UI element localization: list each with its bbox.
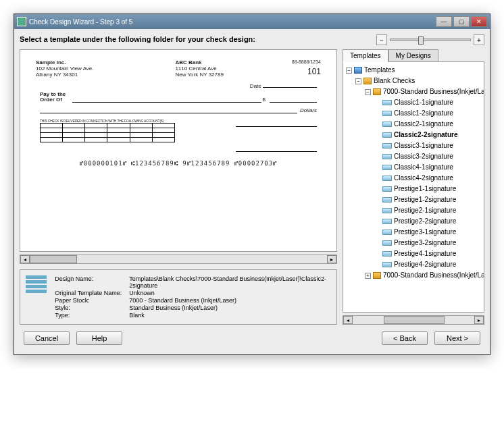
label-paper: Paper Stock:	[55, 297, 129, 304]
tree-item[interactable]: Prestige2-1signature	[374, 205, 482, 216]
tree-item[interactable]: Classic2-2signature	[374, 130, 482, 140]
tree-item-label[interactable]: Prestige3-1signature	[394, 227, 456, 238]
zoom-control: − +	[376, 34, 484, 45]
tree-item[interactable]: Prestige4-1signature	[374, 248, 482, 259]
template-icon	[382, 219, 392, 224]
cancel-button[interactable]: Cancel	[24, 331, 70, 345]
sample-addr2: Albany NY 34301	[36, 72, 94, 78]
tree-item-label[interactable]: Prestige1-1signature	[394, 184, 456, 194]
value-style: Standard Business (Inkjet/Laser)	[129, 304, 331, 311]
scroll-left-icon[interactable]: ◄	[20, 255, 30, 263]
dollar-sign: $	[263, 97, 266, 103]
tab-my-designs[interactable]: My Designs	[388, 49, 438, 62]
tree-item-label[interactable]: Prestige3-2signature	[394, 238, 456, 248]
template-icon	[382, 154, 392, 159]
expand-icon[interactable]: −	[355, 78, 361, 84]
label-style: Style:	[55, 304, 129, 311]
routing-small: 88-8888/1234	[292, 59, 321, 64]
bank-addr2: New York NY 32789	[175, 72, 223, 78]
stub-caption: THIS CHECK IS DELIVERED IN CONNECTION WI…	[40, 119, 175, 123]
check-number: 101	[292, 67, 321, 76]
tree-group2[interactable]: 7000-Standard Business(Inkjet/Laser) Pre	[383, 270, 484, 281]
label-type: Type:	[55, 312, 129, 319]
value-original: Unknown	[129, 290, 331, 296]
tree-item[interactable]: Prestige4-2signature	[374, 259, 482, 270]
tree-item-label[interactable]: Classic1-2signature	[394, 108, 453, 119]
template-icon	[382, 230, 392, 235]
tree-item-label[interactable]: Classic3-1signature	[394, 140, 453, 151]
expand-icon[interactable]: −	[365, 89, 371, 95]
zoom-in-button[interactable]: +	[474, 34, 484, 45]
tree-item[interactable]: Prestige3-2signature	[374, 238, 482, 248]
value-type: Blank	[129, 312, 331, 319]
tree-item-label[interactable]: Classic2-2signature	[394, 130, 458, 140]
close-button[interactable]: ✕	[471, 16, 487, 27]
tree-item-label[interactable]: Classic4-1signature	[394, 162, 453, 173]
zoom-slider[interactable]	[390, 38, 471, 41]
tree-blank-checks[interactable]: Blank Checks	[374, 76, 415, 86]
tree-item[interactable]: Classic3-2signature	[374, 151, 482, 162]
tree-item-label[interactable]: Classic1-1signature	[394, 97, 453, 108]
template-icon	[382, 240, 392, 246]
instruction-text: Select a template under the following fo…	[20, 34, 376, 44]
tree-item-label[interactable]: Prestige4-2signature	[394, 259, 456, 270]
tree-item-label[interactable]: Prestige1-2signature	[394, 194, 456, 205]
scroll-left-icon[interactable]: ◄	[343, 316, 353, 324]
sample-name: Sample Inc.	[36, 59, 94, 65]
back-button[interactable]: < Back	[382, 331, 428, 345]
scroll-thumb[interactable]	[384, 316, 445, 324]
tree-root[interactable]: Templates	[364, 65, 395, 76]
expand-icon[interactable]: +	[365, 273, 371, 279]
tree-item[interactable]: Classic1-1signature	[374, 97, 482, 108]
tree-item-label[interactable]: Prestige2-1signature	[394, 205, 456, 216]
template-icon	[382, 132, 392, 138]
scroll-thumb[interactable]	[30, 255, 77, 263]
scroll-right-icon[interactable]: ►	[474, 316, 484, 324]
template-icon	[382, 176, 392, 181]
info-panel: Design Name: Templates\Blank Checks\7000…	[20, 269, 337, 325]
tree-item[interactable]: Classic4-1signature	[374, 162, 482, 173]
help-button[interactable]: Help	[76, 331, 122, 345]
label-original: Original Template Name:	[55, 290, 129, 296]
tree-item-label[interactable]: Classic3-2signature	[394, 151, 453, 162]
tree-item-label[interactable]: Prestige4-1signature	[394, 248, 456, 259]
tree-item[interactable]: Prestige2-2signature	[374, 216, 482, 227]
stub-table	[40, 123, 175, 142]
preview-h-scrollbar[interactable]: ◄ ►	[20, 255, 337, 264]
value-paper: 7000 - Standard Business (Inkjet/Laser)	[129, 297, 331, 304]
template-icon	[382, 111, 392, 116]
tab-templates[interactable]: Templates	[343, 49, 388, 62]
tree-item-label[interactable]: Classic2-1signature	[394, 119, 453, 130]
template-tree[interactable]: −Templates −Blank Checks −7000-Standard …	[343, 61, 484, 313]
zoom-out-button[interactable]: −	[376, 34, 387, 45]
tree-h-scrollbar[interactable]: ◄ ►	[343, 315, 484, 325]
expand-icon[interactable]: −	[346, 68, 352, 74]
next-button[interactable]: Next >	[434, 331, 480, 345]
tree-group1[interactable]: 7000-Standard Business(Inkjet/Laser)	[383, 86, 484, 97]
template-icon	[382, 208, 392, 213]
minimize-button[interactable]: —	[436, 16, 452, 27]
payto-label: Pay to theOrder Of	[40, 92, 72, 103]
tree-item[interactable]: Prestige3-1signature	[374, 227, 482, 238]
wizard-window: Check Design Wizard - Step 3 of 5 — ▢ ✕ …	[14, 14, 490, 355]
zoom-thumb[interactable]	[418, 36, 424, 45]
info-icon	[26, 275, 47, 319]
maximize-button[interactable]: ▢	[453, 16, 470, 27]
folder-icon	[373, 272, 381, 279]
tree-item[interactable]: Prestige1-2signature	[374, 194, 482, 205]
tree-item-label[interactable]: Classic4-2signature	[394, 173, 453, 184]
template-icon	[382, 197, 392, 203]
tree-item[interactable]: Classic4-2signature	[374, 173, 482, 184]
folder-icon	[354, 67, 362, 74]
signature-line-2	[236, 145, 317, 152]
tree-item[interactable]: Classic1-2signature	[374, 108, 482, 119]
template-icon	[382, 251, 392, 257]
folder-icon	[373, 88, 381, 95]
micr-line: ⑈000000101⑈ ⑆123456789⑆ 9⑈123456789 ⑈000…	[40, 160, 317, 167]
tree-item[interactable]: Prestige1-1signature	[374, 184, 482, 194]
scroll-right-icon[interactable]: ►	[327, 255, 336, 263]
tree-item[interactable]: Classic3-1signature	[374, 140, 482, 151]
dollars-label: Dollars	[300, 107, 317, 113]
tree-item[interactable]: Classic2-1signature	[374, 119, 482, 130]
tree-item-label[interactable]: Prestige2-2signature	[394, 216, 456, 227]
